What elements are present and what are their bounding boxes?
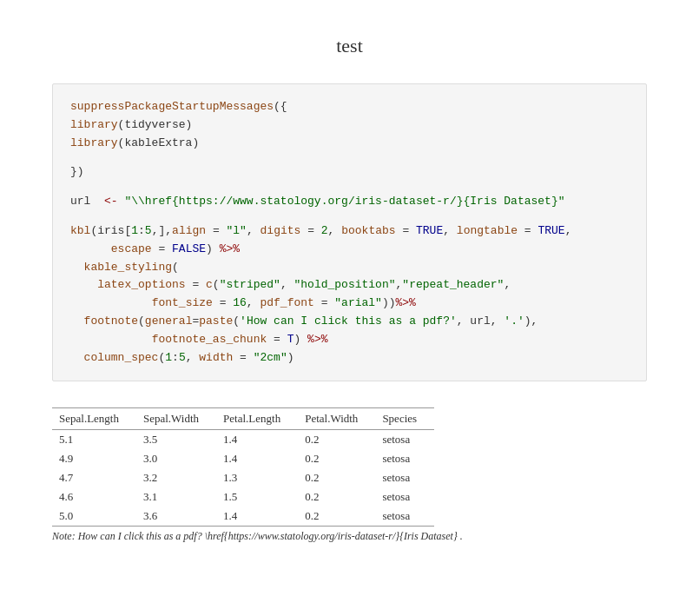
- data-table: Sepal.Length Sepal.Width Petal.Length Pe…: [52, 407, 434, 527]
- code-line-9: kbl(iris[1:5,],align = "l", digits = 2, …: [70, 222, 629, 241]
- code-line-13: font_size = 16, pdf_font = "arial"))%>%: [70, 295, 629, 313]
- table-container: Sepal.Length Sepal.Width Petal.Length Pe…: [52, 407, 647, 543]
- cell: 0.2: [298, 468, 375, 487]
- cell: 4.9: [52, 449, 136, 468]
- code-line-10: escape = FALSE) %>%: [70, 241, 629, 259]
- cell: 5.0: [52, 507, 136, 527]
- code-blank-2: [70, 182, 629, 193]
- note-label: Note:: [52, 530, 76, 542]
- col-petal-length: Petal.Length: [216, 408, 298, 430]
- cell: 0.2: [298, 449, 375, 468]
- cell: 3.0: [136, 449, 216, 468]
- code-line-11: kable_styling(: [70, 259, 629, 277]
- cell: 1.3: [216, 468, 298, 487]
- code-line-7: url <- "\\href{https://www.statology.org…: [70, 193, 629, 211]
- table-row: 5.1 3.5 1.4 0.2 setosa: [52, 430, 434, 450]
- code-blank-3: [70, 211, 629, 222]
- cell: 4.7: [52, 468, 136, 487]
- cell: 3.2: [136, 468, 216, 487]
- table-row: 5.0 3.6 1.4 0.2 setosa: [52, 507, 434, 527]
- col-sepal-length: Sepal.Length: [52, 408, 136, 430]
- cell: 5.1: [52, 430, 136, 450]
- cell: 1.4: [216, 430, 298, 450]
- code-line-3: library(kableExtra): [70, 135, 629, 153]
- col-sepal-width: Sepal.Width: [136, 408, 216, 430]
- col-species: Species: [375, 408, 434, 430]
- page-container: test suppressPackageStartupMessages({ li…: [0, 0, 699, 578]
- cell: 1.4: [216, 449, 298, 468]
- table-header-row: Sepal.Length Sepal.Width Petal.Length Pe…: [52, 408, 434, 430]
- code-block: suppressPackageStartupMessages({ library…: [52, 83, 647, 381]
- cell: 3.1: [136, 487, 216, 507]
- cell: setosa: [375, 487, 434, 507]
- table-body: 5.1 3.5 1.4 0.2 setosa 4.9 3.0 1.4 0.2 s…: [52, 430, 434, 527]
- code-line-5: }): [70, 163, 629, 182]
- code-line-16: column_spec(1:5, width = "2cm"): [70, 349, 629, 368]
- cell: 0.2: [298, 430, 375, 450]
- code-blank-1: [70, 152, 629, 163]
- cell: 0.2: [298, 487, 375, 507]
- cell: 1.4: [216, 507, 298, 527]
- code-line-15: footnote_as_chunk = T) %>%: [70, 331, 629, 349]
- cell: 3.5: [136, 430, 216, 450]
- cell: 3.6: [136, 507, 216, 527]
- code-line-1: suppressPackageStartupMessages({: [70, 98, 629, 116]
- cell: 0.2: [298, 507, 375, 527]
- cell: 4.6: [52, 487, 136, 507]
- table-row: 4.9 3.0 1.4 0.2 setosa: [52, 449, 434, 468]
- note-text: How can I click this as a pdf? \href{htt…: [78, 530, 463, 542]
- code-line-2: library(tidyverse): [70, 116, 629, 135]
- table-row: 4.6 3.1 1.5 0.2 setosa: [52, 487, 434, 507]
- cell: setosa: [375, 430, 434, 450]
- page-title: test: [52, 35, 647, 57]
- cell: setosa: [375, 468, 434, 487]
- code-line-12: latex_options = c("striped", "hold_posit…: [70, 276, 629, 295]
- cell: 1.5: [216, 487, 298, 507]
- code-line-14: footnote(general=paste('How can I click …: [70, 313, 629, 331]
- table-header: Sepal.Length Sepal.Width Petal.Length Pe…: [52, 408, 434, 430]
- table-note: Note: How can I click this as a pdf? \hr…: [52, 530, 647, 543]
- cell: setosa: [375, 449, 434, 468]
- cell: setosa: [375, 507, 434, 527]
- col-petal-width: Petal.Width: [298, 408, 375, 430]
- table-row: 4.7 3.2 1.3 0.2 setosa: [52, 468, 434, 487]
